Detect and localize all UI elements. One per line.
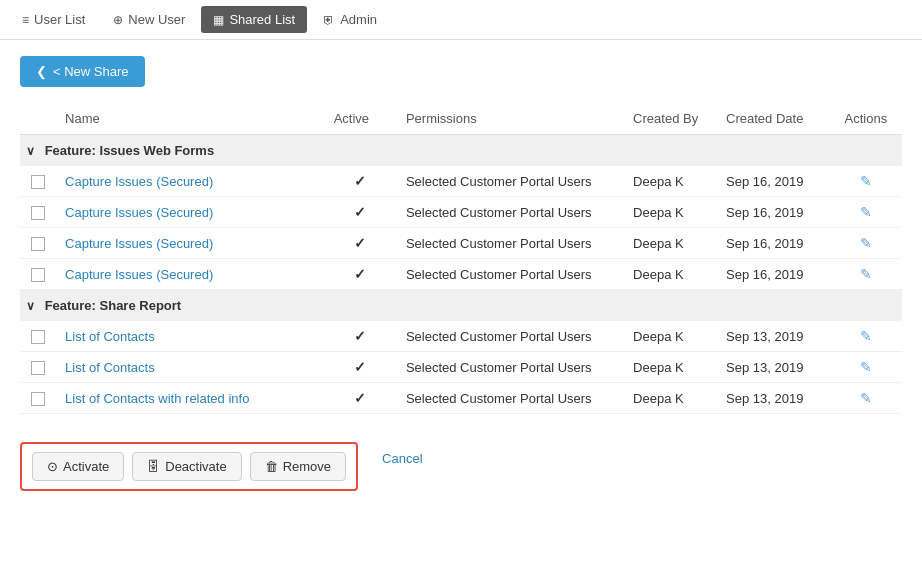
new-share-icon: ❮ <box>36 64 47 79</box>
row-checkbox[interactable] <box>31 361 45 375</box>
col-header-permissions: Permissions <box>396 103 623 135</box>
row-actions-cell: ✎ <box>830 259 902 290</box>
row-created-by-cell: Deepa K <box>623 259 716 290</box>
row-name-cell: Capture Issues (Secured) <box>55 197 324 228</box>
table-row: List of Contacts ✓ Selected Customer Por… <box>20 352 902 383</box>
row-name-cell: Capture Issues (Secured) <box>55 228 324 259</box>
remove-label: Remove <box>283 459 331 474</box>
row-checkbox[interactable] <box>31 268 45 282</box>
row-created-by-cell: Deepa K <box>623 228 716 259</box>
deactivate-button[interactable]: 🗄 Deactivate <box>132 452 241 481</box>
nav-shared-list[interactable]: ▦ Shared List <box>201 6 307 33</box>
new-share-label: < New Share <box>53 64 129 79</box>
edit-icon[interactable]: ✎ <box>860 204 872 220</box>
cancel-label: Cancel <box>382 451 422 466</box>
row-name-link[interactable]: Capture Issues (Secured) <box>65 267 213 282</box>
table-row: Capture Issues (Secured) ✓ Selected Cust… <box>20 166 902 197</box>
row-checkbox-cell <box>20 352 55 383</box>
row-name-cell: Capture Issues (Secured) <box>55 259 324 290</box>
deactivate-icon: 🗄 <box>147 459 160 474</box>
row-permissions-cell: Selected Customer Portal Users <box>396 228 623 259</box>
row-actions-cell: ✎ <box>830 228 902 259</box>
active-checkmark: ✓ <box>354 328 366 344</box>
row-checkbox-cell <box>20 321 55 352</box>
edit-icon[interactable]: ✎ <box>860 390 872 406</box>
group-row-share-report: ∨ Feature: Share Report <box>20 290 902 322</box>
group-toggle-share-report[interactable]: ∨ <box>26 299 35 313</box>
row-checkbox-cell <box>20 383 55 414</box>
row-name-cell: List of Contacts <box>55 352 324 383</box>
activate-button[interactable]: ⊙ Activate <box>32 452 124 481</box>
table-row: Capture Issues (Secured) ✓ Selected Cust… <box>20 197 902 228</box>
row-created-by-cell: Deepa K <box>623 383 716 414</box>
row-created-date-cell: Sep 16, 2019 <box>716 228 830 259</box>
active-checkmark: ✓ <box>354 235 366 251</box>
row-name-cell: List of Contacts <box>55 321 324 352</box>
action-bar-wrapper: ⊙ Activate 🗄 Deactivate 🗑 Remove Cancel <box>20 426 902 491</box>
row-active-cell: ✓ <box>324 166 396 197</box>
row-created-by-cell: Deepa K <box>623 352 716 383</box>
row-created-date-cell: Sep 13, 2019 <box>716 352 830 383</box>
nav-new-user[interactable]: ⊕ New User <box>101 6 197 33</box>
active-checkmark: ✓ <box>354 359 366 375</box>
nav-shared-list-label: Shared List <box>229 12 295 27</box>
row-created-date-cell: Sep 13, 2019 <box>716 383 830 414</box>
table-row: List of Contacts ✓ Selected Customer Por… <box>20 321 902 352</box>
row-name-cell: Capture Issues (Secured) <box>55 166 324 197</box>
col-header-active: Active <box>324 103 396 135</box>
group-toggle-issues-web-forms[interactable]: ∨ <box>26 144 35 158</box>
col-header-actions: Actions <box>830 103 902 135</box>
row-active-cell: ✓ <box>324 197 396 228</box>
new-user-icon: ⊕ <box>113 13 123 27</box>
col-header-created-by: Created By <box>623 103 716 135</box>
new-share-button[interactable]: ❮ < New Share <box>20 56 145 87</box>
row-name-cell: List of Contacts with related info <box>55 383 324 414</box>
activate-icon: ⊙ <box>47 459 58 474</box>
edit-icon[interactable]: ✎ <box>860 266 872 282</box>
remove-button[interactable]: 🗑 Remove <box>250 452 346 481</box>
col-header-created-date: Created Date <box>716 103 830 135</box>
row-name-link[interactable]: Capture Issues (Secured) <box>65 236 213 251</box>
row-active-cell: ✓ <box>324 228 396 259</box>
table-row: List of Contacts with related info ✓ Sel… <box>20 383 902 414</box>
row-created-date-cell: Sep 16, 2019 <box>716 166 830 197</box>
row-created-by-cell: Deepa K <box>623 197 716 228</box>
row-name-link[interactable]: Capture Issues (Secured) <box>65 205 213 220</box>
row-checkbox[interactable] <box>31 330 45 344</box>
row-checkbox[interactable] <box>31 392 45 406</box>
cancel-button[interactable]: Cancel <box>374 445 430 472</box>
row-checkbox[interactable] <box>31 206 45 220</box>
action-bar: ⊙ Activate 🗄 Deactivate 🗑 Remove <box>20 442 358 491</box>
row-active-cell: ✓ <box>324 321 396 352</box>
row-active-cell: ✓ <box>324 383 396 414</box>
nav-admin[interactable]: ⛨ Admin <box>311 6 389 33</box>
table-row: Capture Issues (Secured) ✓ Selected Cust… <box>20 259 902 290</box>
row-checkbox[interactable] <box>31 237 45 251</box>
active-checkmark: ✓ <box>354 390 366 406</box>
row-actions-cell: ✎ <box>830 321 902 352</box>
deactivate-label: Deactivate <box>165 459 226 474</box>
row-name-link[interactable]: List of Contacts <box>65 329 155 344</box>
row-created-by-cell: Deepa K <box>623 321 716 352</box>
nav-user-list-label: User List <box>34 12 85 27</box>
edit-icon[interactable]: ✎ <box>860 359 872 375</box>
row-active-cell: ✓ <box>324 352 396 383</box>
row-actions-cell: ✎ <box>830 352 902 383</box>
group-label-share-report: Feature: Share Report <box>45 298 182 313</box>
row-checkbox[interactable] <box>31 175 45 189</box>
top-nav: ≡ User List ⊕ New User ▦ Shared List ⛨ A… <box>0 0 922 40</box>
row-permissions-cell: Selected Customer Portal Users <box>396 321 623 352</box>
nav-user-list[interactable]: ≡ User List <box>10 6 97 33</box>
nav-admin-label: Admin <box>340 12 377 27</box>
active-checkmark: ✓ <box>354 204 366 220</box>
row-name-link[interactable]: List of Contacts with related info <box>65 391 249 406</box>
edit-icon[interactable]: ✎ <box>860 235 872 251</box>
remove-icon: 🗑 <box>265 459 278 474</box>
main-content: ❮ < New Share Name Active Permissions Cr… <box>0 40 922 561</box>
table-row: Capture Issues (Secured) ✓ Selected Cust… <box>20 228 902 259</box>
row-name-link[interactable]: Capture Issues (Secured) <box>65 174 213 189</box>
edit-icon[interactable]: ✎ <box>860 328 872 344</box>
active-checkmark: ✓ <box>354 173 366 189</box>
edit-icon[interactable]: ✎ <box>860 173 872 189</box>
row-name-link[interactable]: List of Contacts <box>65 360 155 375</box>
